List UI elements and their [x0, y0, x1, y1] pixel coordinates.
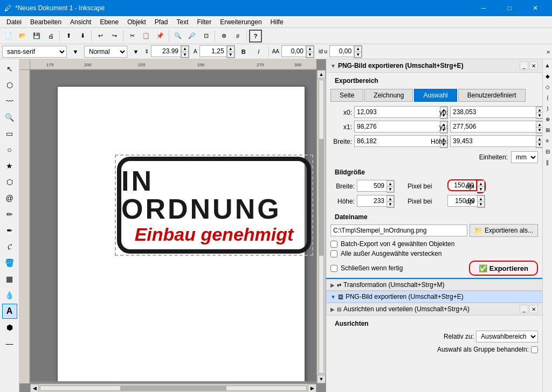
scroll-down-btn[interactable]: ▼ — [317, 375, 326, 383]
v-scrollbar[interactable]: ▲ ▼ — [316, 70, 326, 383]
hoehe2-down[interactable]: ▼ — [387, 201, 394, 207]
id-up[interactable]: ▲ — [354, 46, 362, 52]
tab-benutzerdefiniert[interactable]: Benutzerdefiniert — [458, 89, 526, 102]
schliessen-checkbox[interactable] — [330, 265, 337, 272]
open-btn[interactable]: 📂 — [16, 30, 29, 43]
font-style-btn[interactable]: ▼ — [129, 45, 142, 58]
hoehe-input[interactable] — [450, 135, 536, 147]
cut-btn[interactable]: ✂ — [126, 30, 139, 43]
y1-down[interactable]: ▼ — [536, 127, 542, 133]
hoehe2-up[interactable]: ▲ — [387, 195, 394, 201]
ausrichten-minimize[interactable]: _ — [520, 305, 528, 313]
maximize-button[interactable]: □ — [497, 0, 522, 16]
menu-ansicht[interactable]: Ansicht — [66, 17, 95, 27]
breite2-down[interactable]: ▼ — [387, 186, 394, 192]
menu-datei[interactable]: Datei — [2, 17, 26, 27]
transformation-header[interactable]: ▶ ⇄ Transformation (Umschalt+Strg+M) — [326, 279, 542, 291]
menu-pfad[interactable]: Pfad — [150, 17, 172, 27]
bold-btn[interactable]: B — [237, 45, 250, 58]
y0-up[interactable]: ▲ — [536, 107, 542, 113]
new-btn[interactable]: 📄 — [2, 30, 15, 43]
breite2-input[interactable] — [357, 180, 387, 192]
minimize-button[interactable]: ─ — [471, 0, 496, 16]
menu-ebene[interactable]: Ebene — [95, 17, 123, 27]
copy-btn[interactable]: 📋 — [140, 30, 153, 43]
aa-down[interactable]: ▼ — [306, 52, 314, 58]
pen-tool[interactable]: ✒ — [2, 223, 17, 238]
save-btn[interactable]: 💾 — [30, 30, 43, 43]
menu-erweiterungen[interactable]: Erweiterungen — [216, 17, 266, 27]
einheiten-select[interactable]: mm px cm — [511, 151, 538, 163]
id-down[interactable]: ▼ — [354, 52, 362, 58]
tab-auswahl[interactable]: Auswahl — [414, 89, 457, 102]
zoom-tool[interactable]: 🔍 — [2, 110, 17, 125]
font-size-up[interactable]: ▲ — [181, 46, 189, 52]
rs-btn-2[interactable]: ◆ — [543, 71, 553, 81]
relativ-select[interactable]: Auswahlbereich — [476, 331, 538, 342]
tab-seite[interactable]: Seite — [330, 89, 363, 102]
line-height-up[interactable]: ▲ — [227, 46, 234, 52]
dialog-minimize-btn[interactable]: _ — [520, 61, 528, 70]
rs-btn-5[interactable]: ⟩ — [543, 103, 553, 113]
zoom-fit-btn[interactable]: ⊡ — [199, 30, 212, 43]
rs-btn-10[interactable]: ∥ — [543, 157, 553, 167]
h-scrollbar[interactable]: ◀ ▶ — [30, 383, 316, 392]
dateiname-input[interactable] — [330, 225, 467, 236]
hoehe-down[interactable]: ▼ — [536, 142, 542, 148]
text-tool[interactable]: A — [2, 304, 17, 319]
aa-up[interactable]: ▲ — [306, 46, 314, 52]
grid-btn[interactable]: # — [231, 30, 244, 43]
line-height-down[interactable]: ▼ — [227, 52, 234, 58]
font-family-select[interactable]: sans-serif — [2, 46, 67, 58]
exportieren-als-btn[interactable]: 📁 Exportieren als... — [470, 224, 538, 237]
tab-zeichnung[interactable]: Zeichnung — [364, 89, 413, 102]
aa-input[interactable] — [281, 45, 306, 57]
close-button[interactable]: ✕ — [523, 0, 548, 16]
y1-input[interactable] — [450, 121, 536, 132]
h-scroll-thumb[interactable] — [120, 386, 226, 390]
rs-btn-8[interactable]: ≡ — [543, 136, 553, 145]
exportieren-btn[interactable]: ✅ Exportieren — [469, 261, 538, 276]
scroll-right-btn[interactable]: ▶ — [308, 384, 316, 393]
print-btn[interactable]: 🖨 — [44, 30, 57, 43]
rs-btn-9[interactable]: ⊟ — [543, 146, 553, 156]
menu-text[interactable]: Text — [172, 17, 193, 27]
batch-export-checkbox[interactable] — [330, 241, 337, 248]
gradient-tool[interactable]: ▦ — [2, 271, 17, 286]
hoehe-up[interactable]: ▲ — [536, 136, 542, 142]
line-height-input[interactable] — [199, 45, 226, 57]
export-btn[interactable]: ⬇ — [76, 30, 89, 43]
connector-tool[interactable]: — — [2, 336, 17, 351]
rect-tool[interactable]: ▭ — [2, 126, 17, 141]
menu-objekt[interactable]: Objekt — [123, 17, 150, 27]
rs-btn-3[interactable]: ◇ — [543, 82, 553, 92]
y0-input[interactable] — [450, 106, 536, 118]
italic-btn[interactable]: I — [252, 45, 265, 58]
undo-btn[interactable]: ↩ — [94, 30, 107, 43]
pencil-tool[interactable]: ✏ — [2, 207, 17, 222]
y0-down[interactable]: ▼ — [536, 113, 542, 118]
diagram-tool[interactable]: ⬢ — [2, 320, 17, 335]
help-btn[interactable]: ? — [249, 30, 262, 43]
import-btn[interactable]: ⬆ — [62, 30, 75, 43]
more-btn[interactable]: » — [547, 48, 550, 55]
font-style-select[interactable]: Normal — [84, 46, 127, 58]
png-export2-header[interactable]: ▼ 🖼 PNG-Bild exportieren (Umschalt+Strg+… — [326, 291, 542, 303]
zoom-in-btn[interactable]: 🔍 — [171, 30, 184, 43]
dialog-close-btn[interactable]: ✕ — [529, 61, 538, 70]
font-size-down[interactable]: ▼ — [181, 52, 189, 58]
breite2-up[interactable]: ▲ — [387, 180, 394, 186]
scroll-left-btn[interactable]: ◀ — [30, 384, 39, 393]
zoom-out-btn[interactable]: 🔎 — [185, 30, 198, 43]
calligraphy-tool[interactable]: 𝓒 — [2, 239, 17, 254]
select-tool[interactable]: ↖ — [2, 61, 17, 76]
snap-btn[interactable]: ⊕ — [217, 30, 230, 43]
menu-filter[interactable]: Filter — [193, 17, 216, 27]
spiral-tool[interactable]: @ — [2, 191, 17, 206]
rs-btn-4[interactable]: ⟨ — [543, 93, 553, 102]
v-scroll-track[interactable] — [319, 80, 324, 374]
font-size-input[interactable] — [151, 45, 181, 57]
rs-btn-7[interactable]: ⊞ — [543, 125, 553, 135]
rs-btn-1[interactable]: ▲ — [543, 60, 553, 70]
3d-box-tool[interactable]: ⬡ — [2, 174, 17, 190]
